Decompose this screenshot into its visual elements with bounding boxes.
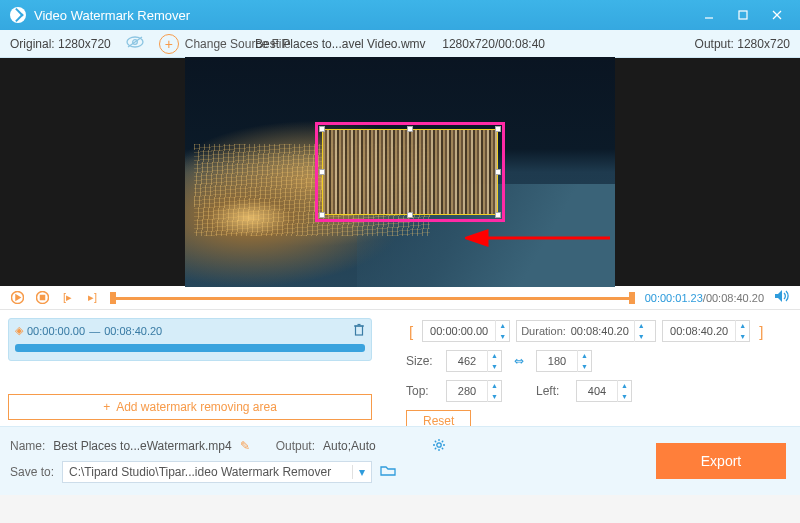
time-end-input[interactable]: ▲▼ <box>662 320 750 342</box>
toolbar-center: Best Places to...avel Video.wmv 1280x720… <box>0 37 800 51</box>
svg-marker-13 <box>775 290 782 302</box>
segment-end: 00:08:40.20 <box>104 325 162 337</box>
resize-handle-sw[interactable] <box>319 212 325 218</box>
mark-out-button[interactable]: ▸] <box>85 290 100 305</box>
spin-up[interactable]: ▲ <box>618 380 631 391</box>
main-panel: ◈ 00:00:00.00 — 00:08:40.20 + Add waterm… <box>0 310 800 426</box>
save-path-input[interactable]: C:\Tipard Studio\Tipar...ideo Watermark … <box>62 461 372 483</box>
rename-icon[interactable]: ✎ <box>240 439 250 453</box>
annotation-arrow <box>465 228 615 248</box>
app-title: Video Watermark Remover <box>34 8 190 23</box>
properties-panel: [ ▲▼ Duration:▲▼ ▲▼ ] Size: ▲▼ ⇔ ▲▼ Top:… <box>380 310 800 426</box>
titlebar: Video Watermark Remover <box>0 0 800 30</box>
plus-icon: + <box>103 400 110 414</box>
spin-up[interactable]: ▲ <box>488 380 501 391</box>
resize-handle-w[interactable] <box>319 169 325 175</box>
saveto-label: Save to: <box>10 465 54 479</box>
add-area-label: Add watermark removing area <box>116 400 277 414</box>
resize-handle-s[interactable] <box>407 212 413 218</box>
close-button[interactable] <box>760 0 794 30</box>
svg-rect-14 <box>356 326 363 335</box>
left-label: Left: <box>536 384 570 398</box>
minimize-button[interactable] <box>692 0 726 30</box>
svg-marker-10 <box>16 295 20 300</box>
original-resolution: Original: 1280x720 <box>10 37 111 51</box>
time-start-input[interactable]: ▲▼ <box>422 320 510 342</box>
svg-marker-8 <box>467 231 487 245</box>
add-watermark-area-button[interactable]: + Add watermark removing area <box>8 394 372 420</box>
add-source-icon[interactable]: + <box>159 34 179 54</box>
preview-toggle-icon[interactable] <box>125 35 145 52</box>
top-label: Top: <box>406 384 440 398</box>
left-input[interactable]: ▲▼ <box>576 380 632 402</box>
duration-label: Duration: <box>517 325 566 337</box>
source-resolution-time: 1280x720/00:08:40 <box>442 37 545 51</box>
play-button[interactable] <box>10 290 25 305</box>
resize-handle-se[interactable] <box>495 212 501 218</box>
resize-handle-ne[interactable] <box>495 126 501 132</box>
spin-down[interactable]: ▼ <box>635 331 648 342</box>
change-source-button[interactable]: Change Source File <box>185 37 291 51</box>
total-time: /00:08:40.20 <box>703 292 764 304</box>
spin-down[interactable]: ▼ <box>618 391 631 402</box>
spin-up[interactable]: ▲ <box>488 350 501 361</box>
toolbar: Original: 1280x720 + Change Source File … <box>0 30 800 58</box>
output-format: Auto;Auto <box>323 439 376 453</box>
spin-up[interactable]: ▲ <box>635 320 648 331</box>
segment-sep: — <box>89 325 100 337</box>
stop-button[interactable] <box>35 290 50 305</box>
spin-down[interactable]: ▼ <box>736 331 749 342</box>
delete-segment-icon[interactable] <box>353 323 365 338</box>
mark-in-button[interactable]: [▸ <box>60 290 75 305</box>
playback-bar: [▸ ▸] 00:00:01.23/00:08:40.20 <box>0 286 800 310</box>
duration-input[interactable]: Duration:▲▼ <box>516 320 656 342</box>
output-filename: Best Places to...eWatermark.mp4 <box>53 439 231 453</box>
segments-panel: ◈ 00:00:00.00 — 00:08:40.20 + Add waterm… <box>0 310 380 426</box>
timeline[interactable] <box>110 294 635 302</box>
svg-rect-1 <box>739 11 747 19</box>
svg-rect-12 <box>41 296 45 300</box>
timeline-end-handle[interactable] <box>629 292 635 304</box>
aspect-lock-icon[interactable]: ⇔ <box>514 354 524 368</box>
open-folder-icon[interactable] <box>380 464 396 480</box>
current-time: 00:00:01.23 <box>645 292 703 304</box>
segment-item[interactable]: ◈ 00:00:00.00 — 00:08:40.20 <box>8 318 372 361</box>
top-input[interactable]: ▲▼ <box>446 380 502 402</box>
size-width-input[interactable]: ▲▼ <box>446 350 502 372</box>
output-label: Output: <box>276 439 315 453</box>
spin-up[interactable]: ▲ <box>496 320 509 331</box>
size-height-input[interactable]: ▲▼ <box>536 350 592 372</box>
bottom-bar: Name: Best Places to...eWatermark.mp4 ✎ … <box>0 426 800 495</box>
spin-down[interactable]: ▼ <box>488 361 501 372</box>
name-label: Name: <box>10 439 45 453</box>
timeline-start-handle[interactable] <box>110 292 116 304</box>
spin-down[interactable]: ▼ <box>496 331 509 342</box>
spin-up[interactable]: ▲ <box>578 350 591 361</box>
marker-icon: ◈ <box>15 324 23 337</box>
video-preview <box>0 58 800 286</box>
export-button[interactable]: Export <box>656 443 786 479</box>
size-label: Size: <box>406 354 440 368</box>
save-path-value: C:\Tipard Studio\Tipar...ideo Watermark … <box>69 465 331 479</box>
resize-handle-e[interactable] <box>495 169 501 175</box>
save-path-dropdown-icon[interactable]: ▾ <box>352 465 365 479</box>
bracket-close-icon[interactable]: ] <box>756 323 766 340</box>
selection-inner[interactable] <box>322 129 498 215</box>
spin-down[interactable]: ▼ <box>488 391 501 402</box>
segment-start: 00:00:00.00 <box>27 325 85 337</box>
svg-point-17 <box>437 442 441 446</box>
output-settings-icon[interactable] <box>432 438 446 455</box>
resize-handle-n[interactable] <box>407 126 413 132</box>
maximize-button[interactable] <box>726 0 760 30</box>
volume-icon[interactable] <box>774 289 790 306</box>
output-resolution: Output: 1280x720 <box>695 37 790 51</box>
spin-up[interactable]: ▲ <box>736 320 749 331</box>
spin-down[interactable]: ▼ <box>578 361 591 372</box>
resize-handle-nw[interactable] <box>319 126 325 132</box>
app-logo-icon <box>10 7 26 23</box>
bracket-open-icon[interactable]: [ <box>406 323 416 340</box>
segment-track[interactable] <box>15 344 365 352</box>
video-frame[interactable] <box>185 57 615 287</box>
